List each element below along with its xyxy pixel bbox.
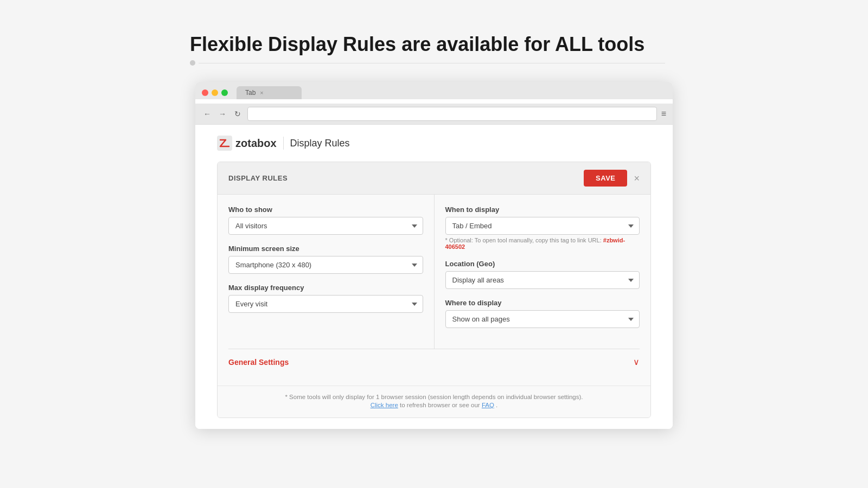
page-content: zotabox Display Rules DISPLAY RULES SAVE… xyxy=(195,124,673,429)
who-to-show-group: Who to show All visitors New visitors Re… xyxy=(228,206,423,235)
faq-link[interactable]: FAQ xyxy=(482,402,494,408)
menu-button[interactable]: ≡ xyxy=(661,109,666,119)
browser-tab[interactable]: Tab × xyxy=(237,86,302,99)
card-header: DISPLAY RULES SAVE × xyxy=(218,162,650,195)
page-title-area: Flexible Display Rules are available for… xyxy=(190,33,678,66)
card-title: DISPLAY RULES xyxy=(228,174,288,182)
who-to-show-label: Who to show xyxy=(228,206,423,214)
footer-links: Click here to refresh browser or see our… xyxy=(228,402,640,408)
page-title: Flexible Display Rules are available for… xyxy=(190,33,678,56)
where-to-display-label: Where to display xyxy=(445,299,640,307)
click-here-link[interactable]: Click here xyxy=(371,402,398,408)
form-area: Who to show All visitors New visitors Re… xyxy=(218,195,650,349)
browser-chrome: Tab × xyxy=(195,82,673,99)
svg-rect-0 xyxy=(217,136,232,151)
general-settings: General Settings ∨ xyxy=(228,349,640,375)
max-display-frequency-label: Max display frequency xyxy=(228,284,423,292)
optional-hint: * Optional: To open tool manually, copy … xyxy=(445,237,640,250)
when-to-display-label: When to display xyxy=(445,206,640,214)
zotabox-header: zotabox Display Rules xyxy=(217,136,651,151)
traffic-light-yellow[interactable] xyxy=(212,89,218,96)
max-display-frequency-group: Max display frequency Every visit Once p… xyxy=(228,284,423,313)
close-button[interactable]: × xyxy=(634,174,640,183)
browser-window: Tab × ← → ↻ ≡ zotabox Display Rules xyxy=(195,82,673,429)
footer-period: . xyxy=(496,402,497,408)
page-subtitle: Display Rules xyxy=(290,138,350,149)
save-button[interactable]: SAVE xyxy=(584,170,627,187)
footer-note-main: * Some tools will only display for 1 bro… xyxy=(285,394,583,400)
browser-titlebar: Tab × xyxy=(202,86,666,99)
title-underline xyxy=(190,60,678,66)
footer-note-text: * Some tools will only display for 1 bro… xyxy=(228,394,640,400)
reload-button[interactable]: ↻ xyxy=(232,108,243,119)
when-to-display-select[interactable]: Tab / Embed On page load On scroll On ex… xyxy=(445,217,640,235)
browser-toolbar: ← → ↻ ≡ xyxy=(195,104,673,124)
logo-text: zotabox xyxy=(235,137,277,150)
chevron-down-icon: ∨ xyxy=(633,357,640,367)
tab-label: Tab xyxy=(245,89,256,97)
footer-note: * Some tools will only display for 1 bro… xyxy=(218,386,650,418)
left-column: Who to show All visitors New visitors Re… xyxy=(218,195,435,349)
when-to-display-group: When to display Tab / Embed On page load… xyxy=(445,206,640,250)
min-screen-size-label: Minimum screen size xyxy=(228,245,423,253)
address-bar[interactable] xyxy=(247,107,657,121)
traffic-lights xyxy=(202,89,228,96)
general-settings-header[interactable]: General Settings ∨ xyxy=(228,349,640,375)
hint-text-prefix: * Optional: To open tool manually, copy … xyxy=(445,237,602,243)
right-column: When to display Tab / Embed On page load… xyxy=(435,195,651,349)
location-geo-label: Location (Geo) xyxy=(445,260,640,268)
card-actions: SAVE × xyxy=(584,170,640,187)
traffic-light-green[interactable] xyxy=(221,89,228,96)
where-to-display-select[interactable]: Show on all pages Specific pages Exclude… xyxy=(445,310,640,328)
footer-link-suffix: to refresh browser or see our xyxy=(400,402,482,408)
max-display-frequency-select[interactable]: Every visit Once per session Once per da… xyxy=(228,295,423,313)
zotabox-logo: zotabox xyxy=(217,136,277,151)
general-settings-title: General Settings xyxy=(228,358,289,367)
browser-tabs: Tab × xyxy=(237,86,302,99)
min-screen-size-select[interactable]: Smartphone (320 x 480) Tablet (768 x 102… xyxy=(228,256,423,274)
who-to-show-select[interactable]: All visitors New visitors Returning visi… xyxy=(228,217,423,235)
location-geo-group: Location (Geo) Display all areas Specifi… xyxy=(445,260,640,289)
where-to-display-group: Where to display Show on all pages Speci… xyxy=(445,299,640,328)
back-button[interactable]: ← xyxy=(202,108,213,119)
logo-divider xyxy=(283,137,284,150)
min-screen-size-group: Minimum screen size Smartphone (320 x 48… xyxy=(228,245,423,274)
title-dot xyxy=(190,60,195,66)
title-line xyxy=(199,63,665,63)
tab-close-icon[interactable]: × xyxy=(260,89,263,96)
forward-button[interactable]: → xyxy=(217,108,228,119)
location-geo-select[interactable]: Display all areas Specific country Speci… xyxy=(445,271,640,289)
zotabox-logo-icon xyxy=(217,136,232,151)
display-rules-card: DISPLAY RULES SAVE × Who to show All vis… xyxy=(217,162,651,418)
traffic-light-red[interactable] xyxy=(202,89,208,96)
